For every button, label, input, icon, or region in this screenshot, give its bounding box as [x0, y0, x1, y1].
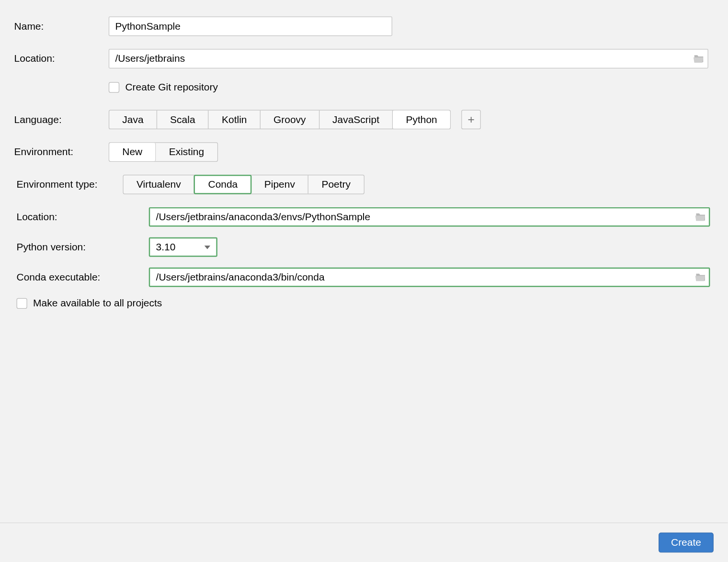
location-input[interactable]	[109, 49, 708, 68]
folder-icon	[695, 273, 706, 281]
folder-icon	[695, 213, 706, 221]
browse-env-location-button[interactable]	[692, 208, 709, 225]
make-available-checkbox[interactable]	[17, 298, 27, 309]
env-location-label: Location:	[17, 211, 149, 223]
environment-segmented: NewExisting	[109, 142, 218, 162]
env-seg-item-existing[interactable]: Existing	[156, 143, 217, 161]
location-label: Location:	[14, 53, 109, 65]
chevron-down-icon	[205, 245, 210, 248]
env-type-label: Environment type:	[17, 179, 123, 191]
language-segmented: JavaScalaKotlinGroovyJavaScriptPython	[109, 110, 451, 129]
name-input[interactable]	[109, 17, 392, 36]
browse-location-button[interactable]	[691, 50, 707, 67]
python-version-label: Python version:	[17, 241, 149, 253]
lang-seg-item-scala[interactable]: Scala	[157, 111, 209, 129]
python-version-value: 3.10	[156, 241, 176, 253]
create-git-checkbox[interactable]	[109, 82, 119, 92]
envtype-seg-item-poetry[interactable]: Poetry	[308, 175, 364, 193]
create-git-label: Create Git repository	[125, 81, 217, 93]
lang-seg-item-kotlin[interactable]: Kotlin	[209, 111, 261, 129]
conda-exec-input[interactable]	[149, 268, 710, 287]
folder-icon	[694, 54, 704, 63]
name-label: Name:	[14, 21, 109, 33]
lang-seg-item-groovy[interactable]: Groovy	[261, 111, 319, 129]
add-language-button[interactable]: +	[461, 110, 481, 129]
language-label: Language:	[14, 113, 109, 125]
env-location-input[interactable]	[149, 207, 710, 227]
dialog-footer: Create	[0, 522, 728, 562]
envtype-seg-item-virtualenv[interactable]: Virtualenv	[124, 175, 194, 193]
conda-exec-label: Conda executable:	[17, 271, 149, 283]
create-button[interactable]: Create	[659, 532, 714, 552]
envtype-seg-item-pipenv[interactable]: Pipenv	[251, 175, 309, 193]
environment-label: Environment:	[14, 146, 109, 158]
make-available-label: Make available to all projects	[33, 298, 162, 310]
lang-seg-item-java[interactable]: Java	[109, 111, 157, 129]
lang-seg-item-javascript[interactable]: JavaScript	[319, 111, 393, 129]
browse-conda-exec-button[interactable]	[692, 269, 709, 286]
envtype-seg-item-conda[interactable]: Conda	[194, 175, 252, 194]
env-type-segmented: VirtualenvCondaPipenvPoetry	[123, 175, 364, 194]
env-seg-item-new[interactable]: New	[109, 143, 156, 161]
lang-seg-item-python[interactable]: Python	[393, 111, 450, 129]
python-version-select[interactable]: 3.10	[149, 237, 217, 257]
